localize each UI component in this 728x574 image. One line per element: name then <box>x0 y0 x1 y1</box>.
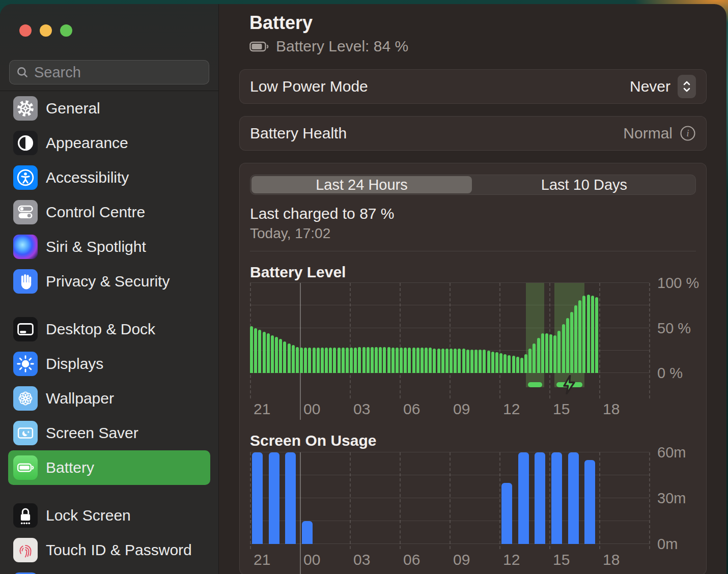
sidebar-item-siri-spotlight[interactable]: Siri & Spotlight <box>8 229 210 264</box>
sidebar-item-displays[interactable]: Displays <box>8 347 210 381</box>
battery-bar <box>487 351 490 373</box>
fingerprint-icon <box>13 538 38 562</box>
battery-bar <box>587 295 590 373</box>
battery-bar <box>300 348 303 373</box>
sidebar-item-general[interactable]: General <box>8 91 210 126</box>
sidebar-item-wallpaper[interactable]: Wallpaper <box>8 381 210 416</box>
updown-chevrons-icon <box>682 79 692 94</box>
battery-health-value: Normal <box>623 125 673 142</box>
battery-pane: Battery Battery Level: 84 % Low Power Mo… <box>219 4 726 574</box>
sidebar-item-partial-item[interactable] <box>8 567 210 574</box>
minimize-button[interactable] <box>40 24 52 37</box>
accessibility-icon <box>13 165 38 190</box>
battery-bar <box>545 333 548 373</box>
battery-bar <box>408 348 411 373</box>
sidebar-item-appearance[interactable]: Appearance <box>8 126 210 160</box>
battery-bar <box>317 348 320 373</box>
sidebar-item-desktop-dock[interactable]: Desktop & Dock <box>8 312 210 347</box>
gridline-v <box>599 283 600 398</box>
page-title: Battery <box>249 12 707 34</box>
gear-icon <box>13 96 38 121</box>
battery-bar <box>250 326 253 373</box>
battery-bar <box>553 335 556 373</box>
battery-bar <box>379 347 382 373</box>
battery-bar <box>458 349 461 373</box>
x-axis-label: 03 <box>353 400 370 418</box>
sidebar-item-control-centre[interactable]: Control Centre <box>8 195 210 229</box>
search-field[interactable] <box>9 60 209 84</box>
battery-bar <box>371 347 374 373</box>
battery-bar <box>354 348 357 373</box>
zoom-button[interactable] <box>60 24 72 37</box>
battery-bar <box>524 354 527 373</box>
gridline-v <box>450 452 451 549</box>
battery-health-label: Battery Health <box>250 125 347 142</box>
x-axis-label: 21 <box>254 400 270 418</box>
battery-bar <box>557 331 561 373</box>
battery-bar <box>412 348 415 373</box>
battery-bar <box>367 347 370 373</box>
sidebar-item-screen-saver[interactable]: Screen Saver <box>8 416 210 450</box>
battery-bar <box>404 348 407 373</box>
low-power-mode-stepper[interactable] <box>678 75 696 98</box>
battery-bar <box>549 334 552 373</box>
gridline-v <box>649 452 650 549</box>
battery-bar <box>582 296 585 373</box>
sidebar-item-label: Siri & Spotlight <box>46 238 146 255</box>
battery-bar <box>437 349 440 373</box>
gridline-v <box>350 283 351 398</box>
battery-bar <box>362 347 366 373</box>
lock-icon <box>13 503 38 528</box>
last-charged-subtitle: Today, 17:02 <box>250 225 696 242</box>
battery-bar <box>313 348 316 373</box>
battery-bar <box>574 305 577 373</box>
battery-bar <box>429 348 432 373</box>
battery-level-line: Battery Level: 84 % <box>249 38 707 55</box>
sidebar-item-label: Control Centre <box>46 204 145 221</box>
x-axis-label: 03 <box>353 551 370 568</box>
battery-bar <box>358 347 361 373</box>
charging-pill <box>528 382 542 387</box>
gridline-v <box>400 452 401 549</box>
battery-bar <box>375 347 378 373</box>
x-axis-label: 09 <box>453 400 470 418</box>
battery-level-text: Battery Level: 84 % <box>276 38 408 55</box>
battery-icon <box>13 455 38 480</box>
sidebar-item-privacy-security[interactable]: Privacy & Security <box>8 264 210 299</box>
x-axis-label: 00 <box>303 551 320 568</box>
battery-bar <box>288 343 291 373</box>
tab-last-10-days[interactable]: Last 10 Days <box>474 176 694 193</box>
sidebar-item-battery[interactable]: Battery <box>8 450 210 485</box>
card-divider <box>250 251 696 251</box>
battery-bar <box>503 354 507 373</box>
battery-bar <box>279 339 282 373</box>
svg-text:i: i <box>686 128 689 138</box>
info-icon[interactable]: i <box>680 125 696 141</box>
moon-icon <box>13 421 38 445</box>
usage-bar <box>269 452 279 544</box>
sidebar-item-label: Screen Saver <box>46 424 138 442</box>
low-power-mode-value: Never <box>630 78 670 95</box>
battery-bar <box>292 345 295 373</box>
sidebar-item-label: General <box>46 100 100 117</box>
sun-icon <box>13 352 38 376</box>
y-axis-label: 0 % <box>657 365 683 382</box>
x-axis-label: 15 <box>553 551 570 568</box>
lightning-bolt-icon <box>562 375 577 394</box>
battery-bar <box>566 318 569 373</box>
sidebar-item-lock-screen[interactable]: Lock Screen <box>8 498 210 533</box>
search-input[interactable] <box>34 64 219 81</box>
last-charged-block: Last charged to 87 % Today, 17:02 <box>250 205 696 242</box>
gridline-v <box>350 452 351 549</box>
hand-icon <box>13 269 38 294</box>
tab-last-24-hours[interactable]: Last 24 Hours <box>251 176 472 193</box>
y-axis-label: 50 % <box>657 320 691 336</box>
gridline-v <box>400 283 401 398</box>
x-axis-label: 21 <box>254 551 270 568</box>
sidebar-item-touch-id[interactable]: Touch ID & Password <box>8 533 210 567</box>
close-button[interactable] <box>19 24 32 37</box>
sidebar-item-accessibility[interactable]: Accessibility <box>8 160 210 195</box>
battery-bar <box>304 348 307 373</box>
battery-bar <box>433 349 436 373</box>
gridline-v <box>450 283 451 398</box>
